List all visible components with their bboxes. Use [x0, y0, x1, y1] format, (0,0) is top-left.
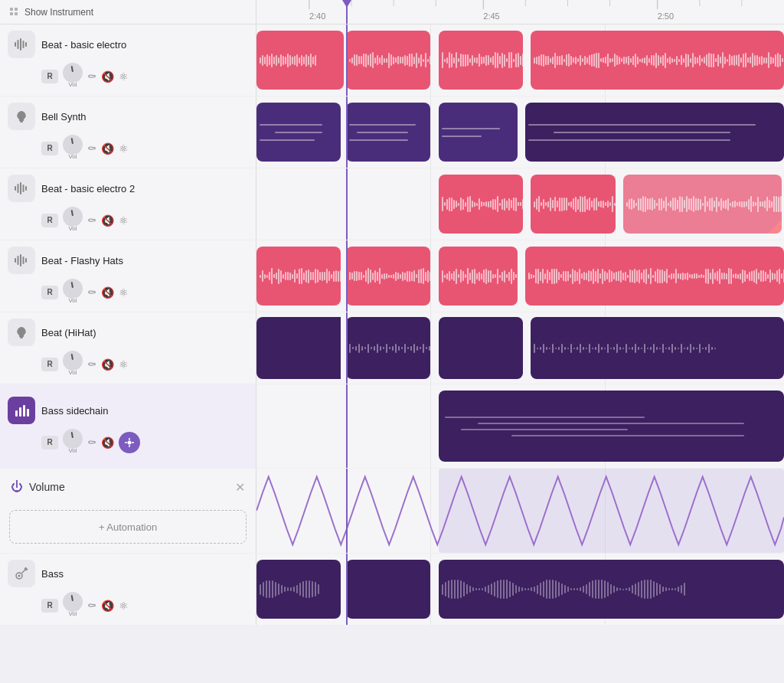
- track-label-7: Bass R Vol ⚰ 🔇 ⚛: [0, 554, 256, 626]
- waveform-4d: [525, 247, 784, 306]
- clip-4d[interactable]: [525, 247, 784, 306]
- headphone-icon-3[interactable]: ⚰: [87, 214, 96, 227]
- tracks-container[interactable]: Beat - basic electro R Vol ⚰ 🔇 ⚛: [0, 25, 784, 683]
- track-icon-4: [8, 247, 35, 274]
- clip-3c[interactable]: [623, 175, 782, 234]
- mute-icon-3[interactable]: 🔇: [101, 214, 114, 227]
- headphone-icon-6[interactable]: ⚰: [87, 436, 96, 449]
- headphone-icon-4[interactable]: ⚰: [87, 286, 96, 299]
- clip-1b[interactable]: [346, 31, 430, 90]
- timeline-header: Show Instrument 2:40 2:45 2:50: [0, 0, 784, 25]
- record-btn-1[interactable]: R: [41, 70, 58, 83]
- waveform-3a: [439, 175, 523, 234]
- add-automation-btn[interactable]: + Automation: [9, 510, 247, 544]
- clip-5a-left[interactable]: [256, 317, 341, 379]
- track-content-4[interactable]: [256, 240, 784, 312]
- headphone-icon-7[interactable]: ⚰: [87, 600, 96, 612]
- clip-2a[interactable]: [256, 103, 341, 162]
- clip-7b[interactable]: [346, 560, 430, 619]
- track-content-5[interactable]: (function(){ var container = document.cu…: [256, 312, 784, 384]
- clip-2b[interactable]: [346, 103, 430, 162]
- clip-5c[interactable]: [439, 317, 523, 379]
- mute-icon-7[interactable]: 🔇: [101, 600, 114, 612]
- clip-7a[interactable]: (function(){ var c = document.currentScr…: [256, 560, 341, 619]
- svg-rect-32: [20, 337, 23, 338]
- clip-5d[interactable]: (function(){ var container = document.cu…: [531, 317, 784, 379]
- clip-1a[interactable]: (function(){ var heights = [8,14,10,16,1…: [256, 31, 344, 90]
- playhead-content-4: [346, 240, 348, 312]
- plugin-icon-6[interactable]: [119, 432, 140, 453]
- clip-1d[interactable]: [531, 31, 784, 90]
- clip-7c[interactable]: (function(){ var c = document.currentScr…: [439, 560, 784, 619]
- svg-rect-27: [15, 258, 16, 263]
- plugin-icon-7[interactable]: ⚛: [119, 600, 129, 612]
- svg-rect-33: [15, 410, 18, 417]
- headphone-icon-1[interactable]: ⚰: [87, 70, 96, 83]
- mute-icon-4[interactable]: 🔇: [101, 286, 114, 299]
- power-icon[interactable]: ⏻: [11, 480, 23, 494]
- track-content-6[interactable]: [256, 384, 784, 469]
- track-content-3[interactable]: [256, 168, 784, 240]
- playhead-content-2: [346, 96, 348, 168]
- playhead-content-3: [346, 168, 348, 240]
- plugin-icon-2[interactable]: ⚛: [119, 142, 129, 155]
- track-content-7[interactable]: (function(){ var c = document.currentScr…: [256, 554, 784, 626]
- clip-dashes-2a: [260, 124, 338, 141]
- automation-content[interactable]: [256, 469, 784, 554]
- volume-knob-2[interactable]: [63, 135, 83, 155]
- mute-icon-2[interactable]: 🔇: [101, 142, 114, 155]
- record-btn-6[interactable]: R: [41, 436, 58, 449]
- track-main-4: Beat - Flashy Hats R Vol ⚰ 🔇 ⚛: [0, 240, 784, 312]
- clip-4c[interactable]: [439, 247, 518, 306]
- svg-rect-18: [20, 38, 21, 51]
- waveform-4c: [439, 247, 518, 306]
- headphone-icon-5[interactable]: ⚰: [87, 358, 96, 371]
- clip-1c[interactable]: [439, 31, 523, 90]
- clip-5b[interactable]: (function(){ var container = document.cu…: [346, 317, 430, 379]
- svg-rect-16: [15, 42, 16, 47]
- waveform-1d: [531, 31, 784, 90]
- automation-close-btn[interactable]: ✕: [235, 480, 245, 495]
- track-controls-2: R Vol ⚰ 🔇 ⚛: [41, 135, 248, 162]
- track-label-5: Beat (HiHat) R Vol ⚰ 🔇 ⚛: [0, 312, 256, 384]
- plugin-icon-5[interactable]: ⚛: [119, 358, 129, 371]
- volume-knob-7[interactable]: [63, 592, 83, 612]
- clip-dashes-2d: [528, 124, 781, 141]
- track-content-2[interactable]: [256, 96, 784, 168]
- track-label-top-3: Beat - basic electro 2: [8, 175, 248, 202]
- track-content-1[interactable]: (function(){ var heights = [8,14,10,16,1…: [256, 25, 784, 96]
- record-btn-7[interactable]: R: [41, 599, 58, 613]
- vol-label-7: Vol: [68, 610, 77, 617]
- clip-2d[interactable]: [525, 103, 784, 162]
- volume-knob-6[interactable]: [63, 429, 83, 449]
- clip-3b[interactable]: [531, 175, 615, 234]
- show-instrument-label: Show Instrument: [24, 7, 93, 18]
- mute-icon-5[interactable]: 🔇: [101, 358, 114, 371]
- volume-knob-4[interactable]: [63, 279, 83, 299]
- clip-4a[interactable]: [256, 247, 341, 306]
- record-btn-5[interactable]: R: [41, 358, 58, 371]
- track-label-bell-synth: Bell Synth R Vol ⚰ 🔇 ⚛: [0, 96, 256, 168]
- clip-3a[interactable]: [439, 175, 523, 234]
- vol-label-3: Vol: [68, 225, 77, 232]
- clip-4b[interactable]: [346, 247, 430, 306]
- volume-knob-3[interactable]: [63, 207, 83, 227]
- mute-icon-1[interactable]: 🔇: [101, 70, 114, 83]
- plugin-icon-1[interactable]: ⚛: [119, 70, 129, 83]
- clip-2c[interactable]: [439, 103, 518, 162]
- track-icon-3: [8, 175, 35, 202]
- volume-knob-1[interactable]: [63, 63, 83, 83]
- clip-6a[interactable]: [439, 391, 784, 462]
- record-btn-4[interactable]: R: [41, 286, 58, 299]
- volume-knob-5[interactable]: [63, 351, 83, 371]
- plugin-icon-3[interactable]: ⚛: [119, 214, 129, 227]
- timeline-ruler[interactable]: 2:40 2:45 2:50: [256, 0, 784, 24]
- hihat-icon: [13, 324, 30, 341]
- svg-rect-22: [15, 186, 16, 191]
- headphone-icon-2[interactable]: ⚰: [87, 142, 96, 155]
- svg-rect-3: [15, 12, 18, 15]
- record-btn-2[interactable]: R: [41, 142, 58, 155]
- record-btn-3[interactable]: R: [41, 214, 58, 227]
- mute-icon-6[interactable]: 🔇: [101, 436, 114, 449]
- plugin-icon-4[interactable]: ⚛: [119, 286, 129, 299]
